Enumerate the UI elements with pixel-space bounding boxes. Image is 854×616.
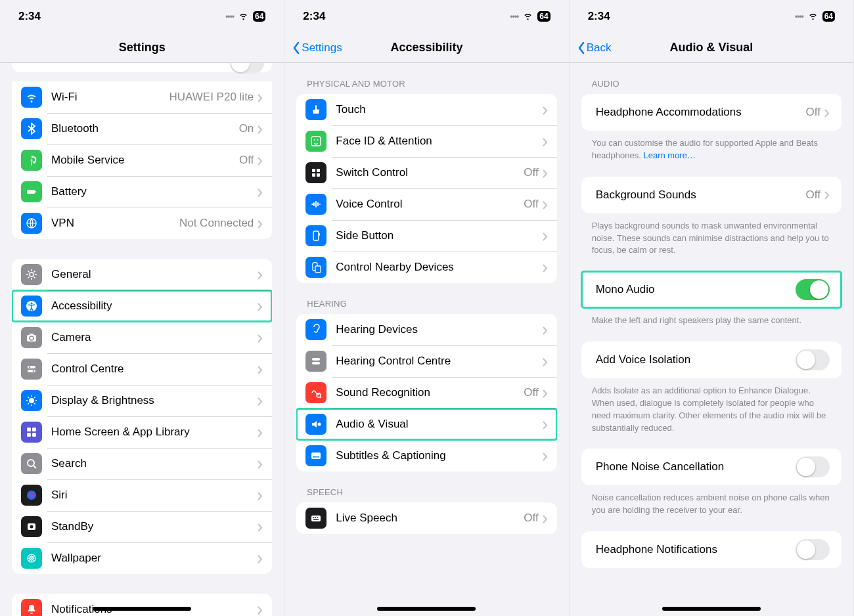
chevron-right-icon [258, 554, 263, 563]
row-home-screen-app-library[interactable]: Home Screen & App Library [12, 416, 272, 448]
noise-cancellation-toggle[interactable] [796, 456, 830, 477]
page-title: Audio & Visual [669, 41, 753, 55]
cell-value: On [239, 122, 254, 135]
row-general[interactable]: General [12, 259, 272, 290]
cell-value: Off [806, 188, 820, 202]
row-accessibility[interactable]: Accessibility [12, 290, 272, 322]
svg-rect-42 [317, 456, 319, 458]
chevron-right-icon [258, 302, 263, 311]
search-icon [21, 453, 42, 474]
row-audio-visual[interactable]: Audio & Visual [296, 408, 556, 440]
learn-more-link[interactable]: Learn more… [643, 150, 695, 160]
chevron-right-icon [258, 93, 263, 102]
nav-header: Back Audio & Visual [570, 33, 853, 63]
battery-icon [21, 181, 42, 202]
svg-point-22 [30, 525, 34, 529]
svg-rect-44 [313, 517, 314, 518]
footer-voice-isolation: Adds Isolate as an additional option to … [570, 378, 853, 434]
cell-label: Subtitles & Captioning [336, 449, 542, 462]
row-standby[interactable]: StandBy [12, 511, 272, 542]
chevron-right-icon [258, 334, 263, 342]
headphone-notifications-toggle[interactable] [796, 539, 830, 560]
camera-icon [21, 327, 42, 348]
row-hearing-devices[interactable]: Hearing Devices [296, 314, 556, 345]
chevron-right-icon [258, 219, 263, 228]
row-face-id-attention[interactable]: Face ID & Attention [296, 125, 556, 157]
cell-label: Home Screen & App Library [51, 426, 258, 439]
chevron-right-icon [258, 271, 263, 279]
section-physical-motor: PHYSICAL AND MOTOR [284, 63, 568, 94]
cellular-icon: •••• [510, 12, 518, 21]
row-headphone-notifications[interactable]: Headphone Notifications [581, 531, 842, 568]
cell-label: Siri [51, 489, 258, 502]
row-bluetooth[interactable]: BluetoothOn [12, 113, 272, 144]
cell-label: Sound Recognition [336, 386, 524, 399]
cell-label: Voice Control [336, 198, 524, 211]
chevron-right-icon [824, 190, 830, 199]
hcontrol-icon [305, 351, 326, 372]
cell-label: Audio & Visual [336, 418, 542, 431]
row-hearing-control-centre[interactable]: Hearing Control Centre [296, 345, 556, 377]
svg-point-4 [30, 273, 34, 276]
row-background-sounds[interactable]: Background Sounds Off [581, 177, 842, 213]
chevron-left-icon [292, 41, 300, 55]
cellular-icon: •••• [795, 12, 803, 21]
page-title: Accessibility [390, 41, 462, 55]
row-headphone-accommodations[interactable]: Headphone Accommodations Off [581, 94, 842, 131]
row-search[interactable]: Search [12, 448, 272, 479]
home-indicator[interactable] [377, 607, 476, 611]
row-control-nearby-devices[interactable]: Control Nearby Devices [296, 252, 556, 283]
row-camera[interactable]: Camera [12, 322, 272, 353]
cell-label: StandBy [51, 520, 258, 533]
cell-value: Off [806, 106, 820, 119]
row-mono-audio[interactable]: Mono Audio [581, 271, 842, 308]
row-live-speech[interactable]: Live SpeechOff [296, 502, 556, 534]
physical-motor-group: TouchFace ID & AttentionSwitch ControlOf… [296, 94, 556, 283]
row-mobile-service[interactable]: Mobile ServiceOff [12, 144, 272, 176]
chevron-right-icon [543, 389, 548, 397]
row-display-brightness[interactable]: Display & Brightness [12, 385, 272, 416]
row-side-button[interactable]: Side Button [296, 220, 556, 252]
back-button[interactable]: Settings [292, 41, 342, 55]
row-battery[interactable]: Battery [12, 176, 272, 208]
home-indicator[interactable] [662, 607, 761, 611]
cell-label: Battery [51, 185, 258, 198]
chevron-right-icon [543, 106, 548, 114]
footer-background-sounds: Plays background sounds to mask unwanted… [570, 213, 853, 257]
svg-point-11 [29, 366, 31, 368]
svg-rect-43 [311, 516, 321, 521]
back-button[interactable]: Back [577, 41, 612, 55]
row-siri[interactable]: Siri [12, 479, 272, 511]
section-speech: SPEECH [284, 472, 568, 502]
mono-audio-toggle[interactable] [796, 279, 830, 300]
row-wi-fi[interactable]: Wi-FiHUAWEI P20 lite [12, 81, 272, 113]
svg-rect-36 [312, 358, 320, 361]
voice-isolation-toggle[interactable] [796, 349, 830, 370]
row-noise-cancellation[interactable]: Phone Noise Cancellation [581, 449, 842, 485]
home-indicator[interactable] [93, 607, 191, 611]
cell-label: Accessibility [51, 299, 258, 313]
chevron-right-icon [258, 491, 263, 500]
nearby-icon [305, 257, 326, 278]
cell-label: VPN [51, 217, 179, 230]
back-label: Back [587, 41, 612, 55]
bluetooth-icon [21, 118, 42, 139]
svg-rect-33 [319, 233, 321, 236]
cell-label: Display & Brightness [51, 394, 258, 407]
chevron-right-icon [824, 108, 830, 117]
battery-icon: 64 [253, 11, 265, 22]
row-control-centre[interactable]: Control Centre [12, 353, 272, 385]
row-notifications[interactable]: Notifications [12, 594, 272, 616]
row-voice-control[interactable]: Voice ControlOff [296, 188, 556, 220]
row-subtitles-captioning[interactable]: Subtitles & Captioning [296, 440, 556, 472]
row-switch-control[interactable]: Switch ControlOff [296, 157, 556, 188]
headphone-notifications-group: Headphone Notifications [581, 531, 842, 568]
soundrec-icon [305, 382, 326, 403]
wallpaper-icon [21, 548, 42, 569]
row-touch[interactable]: Touch [296, 94, 556, 125]
screen-accessibility: 2:34 •••• 64 Settings Accessibility PHYS… [284, 0, 569, 616]
row-vpn[interactable]: VPNNot Connected [12, 208, 272, 239]
row-voice-isolation[interactable]: Add Voice Isolation [581, 341, 842, 378]
row-sound-recognition[interactable]: Sound RecognitionOff [296, 377, 556, 408]
row-wallpaper[interactable]: Wallpaper [12, 542, 272, 574]
